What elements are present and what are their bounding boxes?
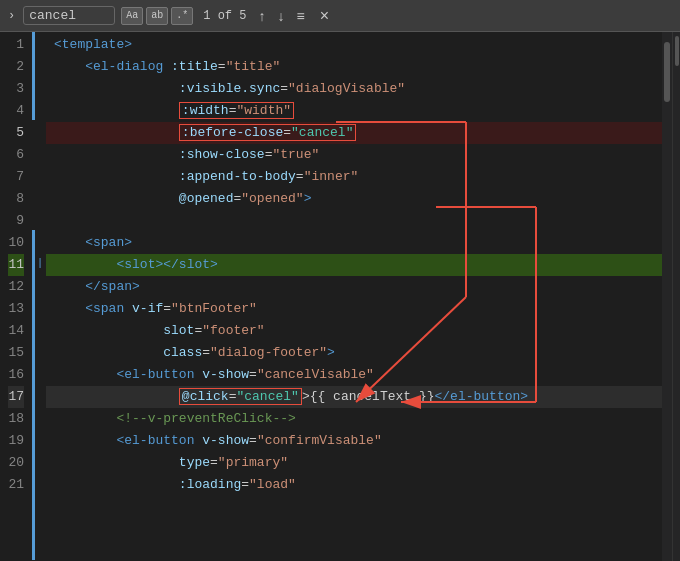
- search-next-button[interactable]: ↓: [273, 7, 288, 25]
- search-chevron-icon: ›: [8, 9, 15, 23]
- code-line-11: <slot></slot>: [46, 254, 662, 276]
- code-line-16: <el-button v-show="cancelVisable": [46, 364, 662, 386]
- scrollbar-thumb[interactable]: [664, 42, 670, 102]
- code-line-21: :loading="load": [46, 474, 662, 496]
- code-line-13: <span v-if="btnFooter": [46, 298, 662, 320]
- code-line-5: :before-close="cancel": [46, 122, 662, 144]
- code-line-14: slot="footer": [46, 320, 662, 342]
- vertical-scrollbar[interactable]: [662, 32, 672, 561]
- code-content: <template> <el-dialog :title="title" :vi…: [46, 32, 662, 561]
- gutter: |: [32, 32, 46, 561]
- search-menu-button[interactable]: ≡: [292, 7, 308, 25]
- code-line-8: @opened="opened">: [46, 188, 662, 210]
- search-input-container: [23, 6, 115, 25]
- search-close-button[interactable]: ×: [315, 6, 334, 26]
- match-case-button[interactable]: Aa: [121, 7, 143, 25]
- code-line-15: class="dialog-footer">: [46, 342, 662, 364]
- code-line-12: </span>: [46, 276, 662, 298]
- line-numbers: 1234 5 678910 11 1213141516 17 18192021: [0, 32, 32, 561]
- code-line-7: :append-to-body="inner": [46, 166, 662, 188]
- search-count: 1 of 5: [203, 9, 246, 23]
- code-line-19: <el-button v-show="confirmVisable": [46, 430, 662, 452]
- search-input[interactable]: [29, 8, 109, 23]
- code-line-17: @click="cancel">{{ cancelText }}</el-but…: [46, 386, 662, 408]
- code-line-9: [46, 210, 662, 232]
- search-prev-button[interactable]: ↑: [254, 7, 269, 25]
- match-word-button[interactable]: ab: [146, 7, 168, 25]
- code-line-6: :show-close="true": [46, 144, 662, 166]
- search-options: Aa ab .*: [121, 7, 193, 25]
- code-line-20: type="primary": [46, 452, 662, 474]
- regex-button[interactable]: .*: [171, 7, 193, 25]
- code-line-4: :width="width": [46, 100, 662, 122]
- search-bar: › Aa ab .* 1 of 5 ↑ ↓ ≡ ×: [0, 0, 680, 32]
- code-editor: 1234 5 678910 11 1213141516 17 18192021 …: [0, 32, 680, 561]
- code-line-10: <span> 0 references: [46, 232, 662, 254]
- search-navigation: ↑ ↓ ≡ ×: [254, 6, 334, 26]
- minimap: [672, 32, 680, 561]
- code-line-2: <el-dialog :title="title": [46, 56, 662, 78]
- code-line-18: <!--v-preventReClick-->: [46, 408, 662, 430]
- code-line-1: <template>: [46, 34, 662, 56]
- code-line-3: :visible.sync="dialogVisable": [46, 78, 662, 100]
